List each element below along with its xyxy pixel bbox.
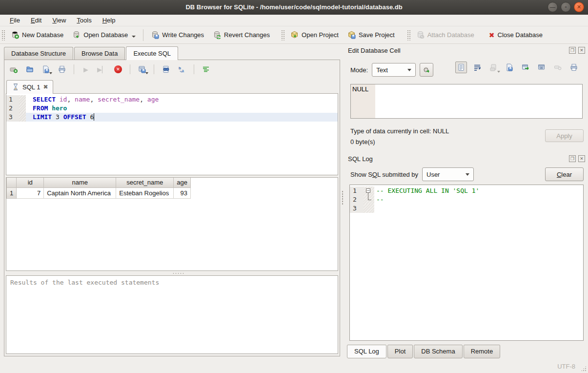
find-button[interactable] [161,64,171,75]
auto-apply-button[interactable] [420,63,433,77]
fold-margin [364,195,374,204]
import-dropdown-icon[interactable] [497,71,500,73]
corner-header[interactable] [7,178,17,187]
stop-icon: ✕ [114,65,122,73]
vertical-splitter[interactable] [341,44,344,359]
column-header-secret-name[interactable]: secret_name [116,178,174,187]
save-project-button[interactable]: Save Project [343,28,399,41]
sql-tab-close-icon[interactable]: ✖ [43,83,48,90]
open-project-button[interactable]: Open Project [286,28,343,41]
dock-float-icon[interactable]: ❐ [569,47,576,54]
menu-file[interactable]: File [5,15,25,25]
sql-editor[interactable]: 1 SELECT id, name, secret_name, age 2 FR… [6,93,338,175]
tab-plot[interactable]: Plot [387,345,413,358]
open-database-button[interactable]: Open Database [68,28,140,41]
import-cell-button[interactable] [487,62,499,73]
menu-tools[interactable]: Tools [72,15,96,25]
sql-log-editor[interactable]: 1 – -- EXECUTING ALL IN 'SQL 1' 2 -- 3 [349,185,584,341]
set-null-button[interactable] [552,62,564,73]
copy-link-button[interactable] [536,62,547,73]
hourglass-icon [12,83,20,91]
tab-sql-log[interactable]: SQL Log [347,345,386,358]
sql-editor-tab[interactable]: SQL 1 ✖ [6,80,53,94]
stop-execution-button[interactable]: ✕ [113,64,123,75]
maximize-icon[interactable]: ▫ [561,2,571,12]
word-wrap-button[interactable] [471,62,483,73]
results-grid[interactable]: id name secret_name age 1 7 Captain Nort… [6,177,338,271]
dock-close-icon[interactable]: ✕ [578,155,585,162]
column-header-id[interactable]: id [17,178,44,187]
cell-id[interactable]: 7 [17,187,44,198]
cell-value-text: NULL [352,85,368,93]
horizontal-splitter[interactable] [4,271,340,275]
close-database-button[interactable]: ✖ Close Database [485,29,547,41]
tab-execute-sql[interactable]: Execute SQL [126,46,178,60]
apply-button[interactable]: Apply [545,129,584,142]
edit-cell-title: Edit Database Cell [348,47,569,54]
save-results-button[interactable] [137,64,147,75]
toolbar-grip[interactable] [407,30,410,41]
mode-select[interactable]: Text [372,63,416,77]
execute-all-button[interactable]: ▶ [81,64,91,75]
log-source-select[interactable]: User [422,167,474,181]
resize-grip[interactable] [581,366,587,372]
attach-database-button[interactable]: Attach Database [412,28,479,41]
cell-value-editor[interactable]: NULL [350,84,583,119]
cell-secret-name[interactable]: Esteban Rogelios [116,187,174,198]
dock-float-icon[interactable]: ❐ [569,155,576,162]
replace-button[interactable]: ba [177,64,187,75]
mode-label: Mode: [350,66,368,74]
cell-info: Type of data currently in cell: NULL 0 b… [350,126,449,147]
open-in-app-button[interactable] [520,62,531,73]
menu-edit[interactable]: Edit [26,15,46,25]
mode-row: Mode: Text [350,62,433,77]
save-results-dropdown-icon[interactable] [145,72,148,74]
tab-database-structure[interactable]: Database Structure [4,47,73,61]
save-sql-file-button[interactable] [41,64,51,75]
toolbar-grip[interactable] [1,30,5,41]
open-sql-file-button[interactable] [24,64,35,75]
fold-collapse-icon[interactable]: – [366,188,370,193]
tab-db-schema[interactable]: DB Schema [414,345,462,358]
tab-browse-data[interactable]: Browse Data [74,47,125,61]
close-icon[interactable]: ✕ [574,2,584,12]
write-changes-button[interactable]: Write Changes [146,28,208,41]
row-number[interactable]: 1 [7,187,17,198]
encoding-indicator[interactable]: UTF-8 [557,363,575,370]
save-sql-dropdown-icon[interactable] [49,72,52,74]
titlebar[interactable]: DB Browser for SQLite - /home/user/code/… [0,0,588,15]
chevron-down-icon [407,69,411,71]
line-number: 2 [6,104,19,113]
right-pane: Edit Database Cell ❐ ✕ Mode: Text [344,44,588,359]
minimize-icon[interactable]: — [547,2,558,12]
format-sql-button[interactable] [201,64,211,75]
column-header-age[interactable]: age [174,178,191,187]
new-sql-tab-button[interactable] [8,64,19,75]
revert-changes-button[interactable]: Revert Changes [208,28,274,41]
print-sql-button[interactable] [57,64,67,75]
execute-to-line-button[interactable]: ▶▏ [97,64,107,75]
status-bar: UTF-8 [0,359,588,373]
export-cell-button[interactable] [504,62,515,73]
results-message-text: Results of the last executed statements [10,279,159,286]
cell-age[interactable]: 93 [174,187,191,198]
menu-view[interactable]: View [47,15,71,25]
menu-help[interactable]: Help [98,15,121,25]
print-cell-button[interactable] [568,62,580,73]
toolbar-grip[interactable] [281,30,284,41]
sql-log-filter-row: Show SQL submitted by User Clear [350,167,584,182]
cell-name[interactable]: Captain North America [44,187,116,198]
window-controls: — ▫ ✕ [547,2,584,12]
column-header-name[interactable]: name [44,178,116,187]
open-database-dropdown-icon[interactable] [132,36,136,38]
cell-value-gutter: NULL [351,84,375,118]
text-mode-button[interactable] [455,62,467,73]
dock-close-icon[interactable]: ✕ [578,47,585,54]
clear-log-button[interactable]: Clear [545,167,584,181]
tab-remote[interactable]: Remote [464,345,501,358]
open-database-icon [72,31,81,39]
results-message-area[interactable]: Results of the last executed statements [6,275,338,354]
revert-changes-icon [213,31,221,39]
new-database-button[interactable]: New Database [6,28,68,41]
app-window: DB Browser for SQLite - /home/user/code/… [0,0,588,373]
